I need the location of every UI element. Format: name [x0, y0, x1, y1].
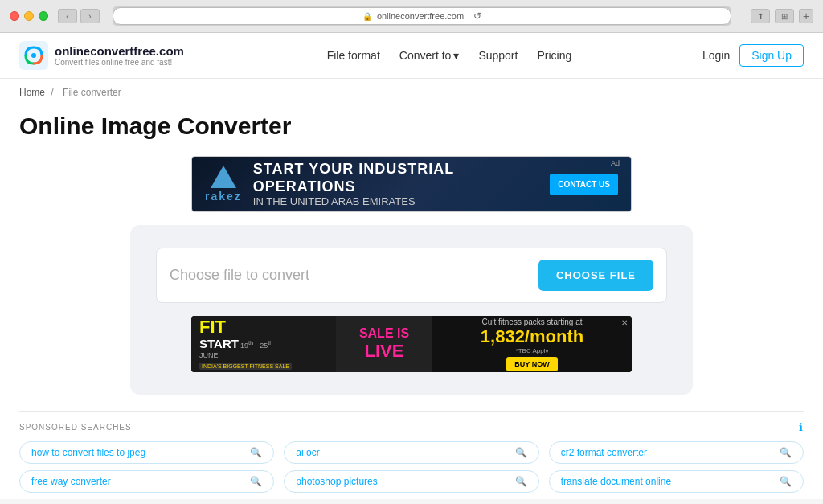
toolbar-right: ⬆ ⊞ + [751, 9, 813, 23]
fitness-left: FIT START 19th - 25th JUNE INDIA'S BIGGE… [191, 316, 336, 372]
chevron-down-icon: ▾ [453, 49, 459, 62]
ad-label: Ad [611, 159, 620, 167]
choose-file-button[interactable]: CHOOSE FILE [538, 260, 653, 291]
search-pill-1[interactable]: how to convert files to jpeg 🔍 [19, 441, 274, 464]
sponsored-info-icon: ℹ [799, 421, 804, 433]
choose-file-label: Choose file to convert [170, 267, 309, 284]
header-actions: Login Sign Up [702, 44, 804, 67]
site-header: onlineconvertfree.com Convert files onli… [0, 33, 823, 79]
pill-2-search-icon: 🔍 [515, 447, 527, 458]
search-pills-row-1: how to convert files to jpeg 🔍 ai ocr 🔍 … [19, 441, 804, 464]
pill-6-text: translate document online [561, 476, 671, 487]
sale-live-text: LIVE [365, 341, 404, 362]
fitness-fit-text: FIT [199, 318, 226, 336]
page-title-section: Online Image Converter [0, 106, 823, 153]
svg-point-1 [31, 53, 36, 58]
logo-tagline: Convert files online free and fast! [55, 58, 184, 67]
logo-icon [19, 41, 48, 70]
rakez-brand-name: rakez [205, 190, 242, 203]
nav-file-format[interactable]: File format [327, 49, 380, 62]
logo-area: onlineconvertfree.com Convert files onli… [19, 41, 196, 70]
fitness-india-label: INDIA'S BIGGEST FITNESS SALE [199, 363, 292, 370]
tab-bar: 🔒 onlineconvertfree.com ↺ [113, 6, 731, 26]
url-text: onlineconvertfree.com [377, 11, 464, 21]
pill-1-search-icon: 🔍 [250, 447, 262, 458]
minimize-window-btn[interactable] [24, 11, 34, 21]
login-button[interactable]: Login [702, 49, 730, 62]
pill-5-search-icon: 🔍 [515, 476, 527, 487]
fitness-start-text: START [199, 338, 239, 350]
ad-cta-button[interactable]: CONTACT US [550, 174, 618, 195]
pill-3-search-icon: 🔍 [780, 447, 792, 458]
refresh-button[interactable]: ↺ [473, 10, 481, 22]
ad-main-text: START YOUR INDUSTRIAL OPERATIONS IN THE … [253, 161, 538, 207]
converter-card: Choose file to convert CHOOSE FILE ✕ FIT… [130, 225, 693, 395]
pill-3-text: cr2 format converter [561, 447, 647, 458]
signup-button[interactable]: Sign Up [739, 44, 804, 67]
pill-5-text: photoshop pictures [296, 476, 377, 487]
main-nav: File format Convert to ▾ Support Pricing [196, 49, 702, 62]
close-window-btn[interactable] [10, 11, 19, 21]
cult-tbc-text: *TBC Apply [516, 347, 549, 354]
nav-pricing[interactable]: Pricing [537, 49, 571, 62]
buy-now-button[interactable]: BUY NOW [506, 357, 557, 371]
logo-name: onlineconvertfree.com [55, 44, 184, 58]
fitness-ad-close-icon[interactable]: ✕ [621, 318, 628, 327]
sponsored-label: SPONSORED SEARCHES ℹ [19, 411, 804, 441]
ad-rakez[interactable]: Ad rakez START YOUR INDUSTRIAL OPERATION… [191, 156, 632, 212]
page-content: onlineconvertfree.com Convert files onli… [0, 33, 823, 499]
ad-banner-top: Ad rakez START YOUR INDUSTRIAL OPERATION… [0, 153, 823, 225]
pill-2-text: ai ocr [296, 447, 319, 458]
pill-1-text: how to convert files to jpeg [31, 447, 145, 458]
fullscreen-window-btn[interactable] [39, 11, 48, 21]
nav-buttons: ‹ › [58, 9, 100, 23]
sponsored-section: SPONSORED SEARCHES ℹ how to convert file… [0, 395, 823, 493]
share-button[interactable]: ⬆ [751, 9, 770, 23]
pill-4-search-icon: 🔍 [250, 476, 262, 487]
forward-button[interactable]: › [80, 9, 100, 23]
fitness-dates-text: 19th - 25th [240, 339, 273, 350]
file-choose-row: Choose file to convert CHOOSE FILE [156, 248, 667, 303]
breadcrumb-home[interactable]: Home [19, 87, 45, 98]
breadcrumb-current: File converter [63, 87, 121, 98]
rakez-logo: rakez [205, 166, 242, 203]
search-pill-3[interactable]: cr2 format converter 🔍 [549, 441, 804, 464]
sale-is-text: SALE IS [359, 326, 409, 341]
search-pill-4[interactable]: free way converter 🔍 [19, 470, 274, 493]
pill-6-search-icon: 🔍 [780, 476, 792, 487]
nav-support[interactable]: Support [478, 49, 518, 62]
ad-headline: START YOUR INDUSTRIAL OPERATIONS [253, 161, 538, 195]
traffic-lights [10, 11, 48, 21]
ad-subtext: IN THE UNITED ARAB EMIRATES [253, 195, 538, 207]
search-pill-6[interactable]: translate document online 🔍 [549, 470, 804, 493]
fitness-month-text: JUNE [199, 351, 219, 359]
page-title: Online Image Converter [19, 113, 804, 140]
sidebar-button[interactable]: ⊞ [775, 9, 794, 23]
pill-4-text: free way converter [31, 476, 111, 487]
cult-starting-text: Cult fitness packs starting at [481, 318, 582, 326]
breadcrumb-separator: / [51, 87, 53, 98]
window-chrome: ‹ › 🔒 onlineconvertfree.com ↺ ⬆ ⊞ + [0, 0, 823, 33]
lock-icon: 🔒 [362, 12, 372, 21]
address-bar[interactable]: 🔒 onlineconvertfree.com ↺ [113, 7, 731, 25]
ad-fitness[interactable]: ✕ FIT START 19th - 25th JUNE INDIA'S BIG… [191, 316, 632, 372]
back-button[interactable]: ‹ [58, 9, 77, 23]
cult-price-text: 1,832/month [481, 326, 583, 347]
logo-text-block: onlineconvertfree.com Convert files onli… [55, 44, 184, 67]
rakez-triangle-icon [211, 166, 236, 188]
nav-convert-to[interactable]: Convert to ▾ [399, 49, 460, 62]
search-pill-2[interactable]: ai ocr 🔍 [284, 441, 538, 464]
search-pill-5[interactable]: photoshop pictures 🔍 [284, 470, 538, 493]
search-pills-row-2: free way converter 🔍 photoshop pictures … [19, 470, 804, 493]
new-tab-button[interactable]: + [799, 9, 813, 23]
breadcrumb: Home / File converter [0, 79, 823, 106]
fitness-right: Cult fitness packs starting at 1,832/mon… [432, 316, 632, 372]
converter-section: Choose file to convert CHOOSE FILE ✕ FIT… [0, 225, 823, 395]
fitness-middle: SALE IS LIVE [336, 316, 432, 372]
